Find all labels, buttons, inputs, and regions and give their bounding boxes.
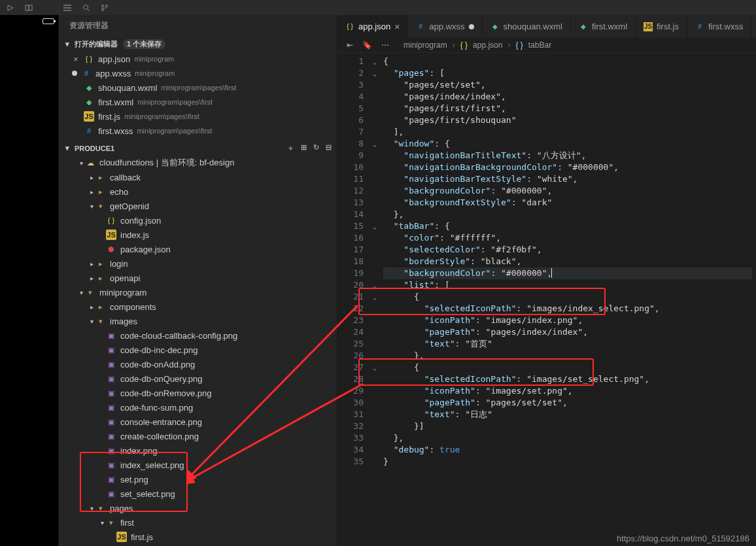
tree-folder[interactable]: ▸▸components xyxy=(59,299,337,314)
code-line[interactable]: ], xyxy=(383,126,756,138)
tree-folder[interactable]: ▸▸echo xyxy=(59,184,337,199)
tree-folder[interactable]: ▾▾first xyxy=(59,515,337,530)
list-icon[interactable] xyxy=(63,4,72,12)
tree-folder[interactable]: ▾▾miniprogram xyxy=(59,285,337,299)
close-icon[interactable]: × xyxy=(394,23,400,31)
tree-file[interactable]: ▣index_select.png xyxy=(59,458,337,472)
project-header[interactable]: ▾ PRODUCE1 ＋ ⊞ ↻ ⊟ xyxy=(59,141,337,156)
code-editor[interactable]: 1234567891011121314151617181920212223242… xyxy=(337,53,756,546)
chevron-icon[interactable]: ▾ xyxy=(88,505,95,512)
editor-tab[interactable]: ◆shouquan.wxml xyxy=(483,15,571,38)
search-icon[interactable] xyxy=(82,4,90,12)
tree-file[interactable]: JSfirst.js xyxy=(59,530,337,544)
tree-file[interactable]: ▣code-db-onAdd.png xyxy=(59,357,337,371)
chevron-icon[interactable]: ▸ xyxy=(88,275,95,282)
code-line[interactable]: "navigationBarTitleText": "八方设计", xyxy=(383,150,756,162)
code-line[interactable]: "pages/first/first", xyxy=(383,103,756,114)
crumb-folder[interactable]: miniprogram xyxy=(404,41,447,50)
close-icon[interactable]: × xyxy=(73,54,81,64)
play-icon[interactable] xyxy=(7,4,14,12)
code-line[interactable]: "pages": [ xyxy=(383,67,756,79)
crumb-file[interactable]: app.json xyxy=(473,41,502,50)
code-line[interactable]: "debug": true xyxy=(383,444,756,456)
code-line[interactable]: "tabBar": { xyxy=(383,220,756,232)
new-folder-icon[interactable]: ⊞ xyxy=(301,143,307,153)
code-line[interactable]: }] xyxy=(383,420,756,432)
tree-folder[interactable]: ▸▸callback xyxy=(59,170,337,184)
code-line[interactable]: }, xyxy=(383,432,756,444)
code-line[interactable]: "navigationBarBackgroundColor": "#000000… xyxy=(383,162,756,173)
code-line[interactable]: } xyxy=(383,456,756,468)
editor-tab[interactable]: #app.wxss xyxy=(408,15,482,38)
crumb-symbol[interactable]: tabBar xyxy=(528,41,551,50)
tree-folder[interactable]: ▾▾pages xyxy=(59,501,337,515)
tree-file[interactable]: ▣create-collection.png xyxy=(59,429,337,443)
code-line[interactable]: { xyxy=(383,362,756,373)
tree-file[interactable]: ▣index.png xyxy=(59,443,337,458)
code-line[interactable]: }, xyxy=(383,209,756,220)
chevron-icon[interactable]: ▾ xyxy=(88,203,95,210)
code-line[interactable]: }, xyxy=(383,350,756,362)
open-editors-header[interactable]: ▾ 打开的编辑器 1 个未保存 xyxy=(59,37,337,52)
tree-file[interactable]: ▣console-entrance.png xyxy=(59,415,337,429)
tree-file[interactable]: { }config.json xyxy=(59,213,337,228)
collapse-icon[interactable]: ⊟ xyxy=(326,143,332,153)
open-file[interactable]: #app.wxssminiprogram xyxy=(59,66,337,80)
tree-file[interactable]: ▣code-db-onRemove.png xyxy=(59,386,337,400)
code-line[interactable]: "pages/set/set", xyxy=(383,79,756,91)
more-icon[interactable]: ⋯ xyxy=(381,41,389,50)
tree-file[interactable]: ▣code-cloud-callback-config.png xyxy=(59,328,337,343)
code-line[interactable]: "color": "#ffffff", xyxy=(383,232,756,244)
code-line[interactable]: "pagePath": "pages/set/set", xyxy=(383,397,756,409)
code-line[interactable]: "navigationBarTextStyle": "white", xyxy=(383,173,756,185)
chevron-icon[interactable]: ▾ xyxy=(98,519,106,526)
tree-folder[interactable]: ▾▾images xyxy=(59,314,337,328)
open-file[interactable]: JSfirst.jsminiprogram\pages\first xyxy=(59,109,337,124)
tree-file[interactable]: ▣code-db-inc-dec.png xyxy=(59,343,337,357)
tree-folder[interactable]: ▾☁cloudfunctions | 当前环境: bf-design xyxy=(59,156,337,170)
code-line[interactable]: "iconPath": "images/index.png", xyxy=(383,315,756,326)
code-line[interactable]: "iconPath": "images/set.png", xyxy=(383,385,756,397)
code-line[interactable]: "selectedIconPath": "images/set_select.p… xyxy=(383,373,756,385)
code-line[interactable]: { xyxy=(383,56,756,67)
chevron-icon[interactable]: ▸ xyxy=(88,303,95,311)
tree-file[interactable]: JSindex.js xyxy=(59,228,337,242)
open-file[interactable]: ◆first.wxmlminiprogram\pages\first xyxy=(59,95,337,109)
code-line[interactable]: "selectedColor": "#f2f0bf", xyxy=(383,244,756,256)
bookmark-icon[interactable]: 🔖 xyxy=(362,41,372,50)
tree-folder[interactable]: ▾▾getOpenid xyxy=(59,199,337,213)
window-icon[interactable] xyxy=(25,4,33,12)
code-line[interactable]: "text": "首页" xyxy=(383,338,756,350)
chevron-icon[interactable]: ▸ xyxy=(88,174,95,181)
open-file[interactable]: #first.wxssminiprogram\pages\first xyxy=(59,124,337,138)
tree-file[interactable]: ▣code-func-sum.png xyxy=(59,400,337,415)
tree-folder[interactable]: ▸▸login xyxy=(59,256,337,271)
code-line[interactable]: "text": "日志" xyxy=(383,409,756,420)
editor-tab[interactable]: ◆first.wxml xyxy=(571,15,636,38)
tree-file[interactable]: ⬢package.json xyxy=(59,242,337,256)
chevron-icon[interactable]: ▸ xyxy=(88,260,95,267)
code-line[interactable]: "window": { xyxy=(383,138,756,150)
tree-folder[interactable]: ▸▸openapi xyxy=(59,271,337,285)
code-line[interactable]: "borderStyle": "black", xyxy=(383,256,756,267)
code-line[interactable]: { xyxy=(383,291,756,303)
editor-tab[interactable]: { }app.json× xyxy=(337,15,408,38)
code-line[interactable]: "backgroundTextStyle": "dark" xyxy=(383,197,756,209)
editor-tab[interactable]: JSfirst.js xyxy=(636,15,687,38)
tree-file[interactable]: ▣set.png xyxy=(59,472,337,486)
code-line[interactable]: "backgroundColor": "#000000", xyxy=(383,185,756,197)
code-line[interactable]: "pagePath": "pages/index/index", xyxy=(383,326,756,338)
chevron-icon[interactable]: ▸ xyxy=(88,188,95,196)
breadcrumb[interactable]: ⇤ 🔖 ⋯ miniprogram › { } app.json › { } t… xyxy=(337,38,756,53)
branch-icon[interactable] xyxy=(101,4,109,12)
plus-icon[interactable]: ＋ xyxy=(287,143,294,153)
code-line[interactable]: "list": [ xyxy=(383,279,756,291)
fold-gutter[interactable]: ⌄⌄⌄⌄⌄⌄⌄ xyxy=(370,53,379,546)
chevron-icon[interactable]: ▾ xyxy=(77,160,85,167)
code-content[interactable]: { "pages": [ "pages/set/set", "pages/ind… xyxy=(379,53,756,546)
open-file[interactable]: ◆shouquan.wxmlminiprogram\pages\first xyxy=(59,80,337,95)
code-line[interactable]: "pages/first/shouquan" xyxy=(383,114,756,126)
refresh-icon[interactable]: ↻ xyxy=(313,143,319,153)
editor-tab[interactable]: #first.wxss xyxy=(687,15,751,38)
chevron-icon[interactable]: ▾ xyxy=(88,318,95,325)
